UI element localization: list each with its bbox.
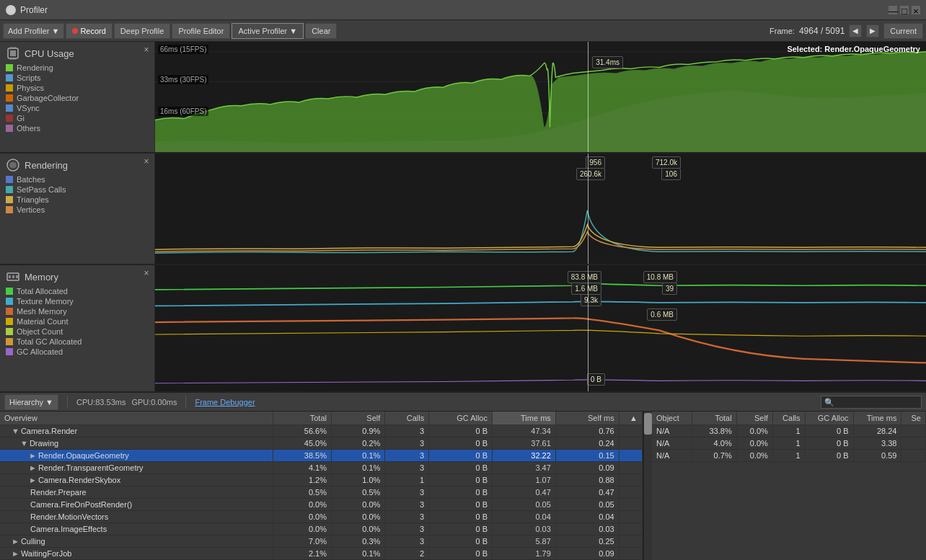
table-row[interactable]: ▼Camera.Render 56.6% 0.9% 3 0 B 47.34 0.… (0, 425, 643, 437)
side-row-gc: 0 B (805, 437, 853, 450)
physics-label: Physics (17, 84, 44, 92)
th-side-calls[interactable]: Calls (772, 412, 805, 425)
active-profiler-arrow: ▼ (289, 27, 297, 35)
th-overview[interactable]: Overview (0, 412, 273, 425)
row-self: 0.3% (332, 535, 385, 548)
table-row[interactable]: ►Render.OpaqueGeometry 38.5% 0.1% 3 0 B … (0, 450, 643, 462)
profile-editor-button[interactable]: Profile Editor (172, 23, 230, 39)
th-time-ms[interactable]: Time ms (492, 412, 555, 425)
close-button[interactable]: × (912, 6, 920, 14)
row-sort (619, 486, 642, 499)
row-sort (619, 523, 642, 535)
cpu-close-button[interactable]: × (141, 45, 151, 55)
current-button[interactable]: Current (883, 23, 923, 39)
side-table[interactable]: Object Total Self Calls GC Alloc Time ms… (652, 412, 926, 560)
record-label: Record (80, 27, 105, 35)
main-table[interactable]: Overview Total Self Calls GC Alloc Time … (0, 412, 643, 560)
table-row[interactable]: ►Render.TransparentGeometry 4.1% 0.1% 3 … (0, 462, 643, 474)
vsync-color (6, 105, 13, 112)
object-count-color (6, 328, 13, 335)
table-row[interactable]: Camera.FireOnPostRender() 0.0% 0.0% 3 0 … (0, 499, 643, 511)
th-side-time[interactable]: Time ms (853, 412, 901, 425)
row-gc-alloc: 0 B (429, 437, 493, 450)
frame-next-button[interactable]: ▶ (866, 25, 879, 37)
others-label: Others (17, 124, 40, 133)
table-row[interactable]: ►Camera.RenderSkybox 1.2% 1.0% 1 0 B 1.0… (0, 474, 643, 486)
side-row-total: 0.7% (692, 450, 736, 462)
side-table-row[interactable]: N/A 33.8% 0.0% 1 0 B 28.24 (652, 425, 926, 437)
memory-legend-mesh: Mesh Memory (6, 307, 149, 316)
table-row[interactable]: Camera.ImageEffects 0.0% 0.0% 3 0 B 0.03… (0, 523, 643, 535)
cpu-icon (6, 46, 20, 61)
search-input[interactable] (821, 396, 922, 409)
th-side-gc[interactable]: GC Alloc (805, 412, 853, 425)
table-row[interactable]: ▼Drawing 45.0% 0.2% 3 0 B 37.61 0.24 (0, 437, 643, 450)
th-calls[interactable]: Calls (385, 412, 429, 425)
row-self-ms: 0.25 (555, 535, 619, 548)
minimize-button[interactable]: — (888, 6, 897, 14)
active-profiler-button[interactable]: Active Profiler ▼ (232, 23, 304, 39)
deep-profile-button[interactable]: Deep Profile (114, 23, 171, 39)
row-name: ▼Camera.Render (0, 425, 273, 437)
cpu-graph-canvas[interactable]: 66ms (15FPS) 33ms (30FPS) 16ms (60FPS) S… (155, 42, 926, 152)
rendering-graph-canvas[interactable]: 956 260.6k 712.0k 106 (155, 154, 926, 264)
table-header-row: Overview Total Self Calls GC Alloc Time … (0, 412, 643, 425)
table-row[interactable]: Render.Prepare 0.5% 0.5% 3 0 B 0.47 0.47 (0, 486, 643, 499)
side-row-object: N/A (652, 425, 692, 437)
th-side-total[interactable]: Total (692, 412, 736, 425)
side-row-object: N/A (652, 437, 692, 450)
table-row[interactable]: ►WaitingForJob 2.1% 0.1% 2 0 B 1.79 0.09 (0, 548, 643, 560)
table-row[interactable]: ►Culling 7.0% 0.3% 3 0 B 5.87 0.25 (0, 535, 643, 548)
clear-button[interactable]: Clear (305, 23, 337, 39)
row-self: 0.1% (332, 548, 385, 560)
row-self-ms: 0.09 (555, 462, 619, 474)
memory-legend-total: Total Allocated (6, 287, 149, 295)
scripts-label: Scripts (17, 74, 41, 82)
row-time-ms: 1.07 (492, 474, 555, 486)
cpu-legend-rendering: Rendering (6, 63, 149, 72)
rendering-close-button[interactable]: × (141, 156, 151, 166)
tree-arrow: ► (29, 451, 37, 460)
gc-alloc-color (6, 348, 13, 355)
hierarchy-dropdown[interactable]: Hierarchy ▼ (4, 394, 58, 410)
th-self[interactable]: Self (332, 412, 385, 425)
th-gc-alloc[interactable]: GC Alloc (429, 412, 493, 425)
side-row-gc: 0 B (805, 425, 853, 437)
row-self: 0.0% (332, 499, 385, 511)
rendering-title: Rendering (6, 158, 149, 172)
row-calls: 3 (385, 437, 429, 450)
table-section: Hierarchy ▼ CPU:83.53ms GPU:0.00ms Frame… (0, 393, 926, 560)
side-row-calls: 1 (772, 450, 805, 462)
main-table-scrollbar[interactable] (643, 412, 652, 560)
memory-legend-material: Material Count (6, 317, 149, 326)
memory-graph-canvas[interactable]: 83.8 MB 1.6 MB 9.3k 10.8 MB 39 0.6 MB 0 … (155, 265, 926, 391)
others-color (6, 125, 13, 132)
side-table-row[interactable]: N/A 4.0% 0.0% 1 0 B 3.38 (652, 437, 926, 450)
row-self: 0.1% (332, 462, 385, 474)
profiler-table: Overview Total Self Calls GC Alloc Time … (0, 412, 643, 560)
record-button[interactable]: Record (66, 23, 112, 39)
side-row-time: 0.59 (853, 450, 901, 462)
th-total[interactable]: Total (273, 412, 331, 425)
total-alloc-label: Total Allocated (17, 287, 68, 295)
row-sort (619, 425, 642, 437)
cpu-legend-gc: GarbageCollector (6, 94, 149, 102)
th-self-ms[interactable]: Self ms (555, 412, 619, 425)
frame-debugger-link[interactable]: Frame Debugger (195, 398, 255, 406)
th-side-self[interactable]: Self (736, 412, 772, 425)
row-sort (619, 474, 642, 486)
tree-arrow: ▼ (12, 427, 19, 435)
th-object[interactable]: Object (652, 412, 692, 425)
frame-prev-button[interactable]: ◀ (849, 25, 862, 37)
memory-legend-texture: Texture Memory (6, 297, 149, 306)
th-sort[interactable]: ▲ (619, 412, 642, 425)
side-table-row[interactable]: N/A 0.7% 0.0% 1 0 B 0.59 (652, 450, 926, 462)
maximize-button[interactable]: □ (900, 6, 909, 14)
memory-close-button[interactable]: × (141, 268, 151, 278)
add-profiler-button[interactable]: Add Profiler ▼ (3, 23, 64, 39)
th-side-se[interactable]: Se (901, 412, 926, 425)
scrollbar-thumb[interactable] (644, 413, 652, 435)
gpu-info: GPU:0.00ms (131, 398, 177, 406)
table-row[interactable]: Render.MotionVectors 0.0% 0.0% 3 0 B 0.0… (0, 511, 643, 523)
selected-overlay: Selected: Render.OpaqueGeometry (787, 45, 920, 53)
